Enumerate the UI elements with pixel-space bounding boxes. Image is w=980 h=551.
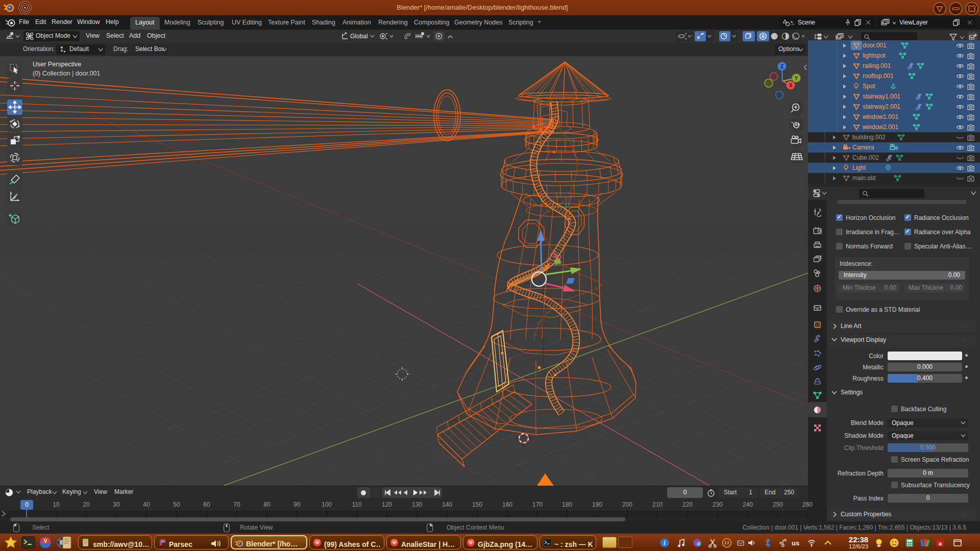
svg-text:a: a — [939, 540, 942, 547]
svg-text:Z: Z — [780, 64, 783, 69]
svg-text:X: X — [789, 83, 793, 88]
svg-text:V: V — [393, 540, 396, 545]
svg-text:Y: Y — [795, 76, 798, 81]
svg-text:V: V — [469, 540, 472, 545]
svg-text:V: V — [44, 538, 47, 544]
svg-text:Global: Global — [350, 33, 368, 40]
svg-text:V: V — [315, 540, 318, 545]
